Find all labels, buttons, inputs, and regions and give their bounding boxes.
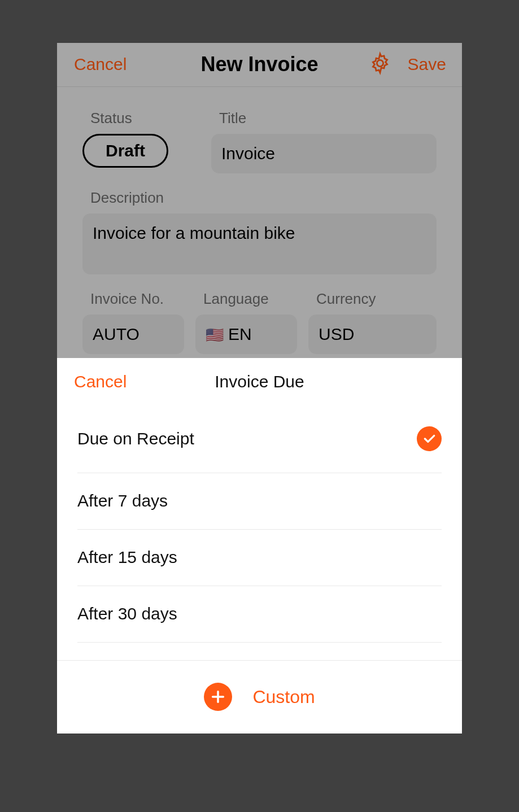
option-label: After 7 days: [77, 491, 168, 510]
invoice-no-label: Invoice No.: [82, 290, 184, 308]
sheet-cancel-button[interactable]: Cancel: [74, 372, 127, 391]
flag-icon: 🇺🇸: [206, 326, 224, 343]
save-button[interactable]: Save: [408, 55, 446, 74]
custom-label: Custom: [252, 687, 315, 708]
field-description: Description Invoice for a mountain bike: [82, 189, 437, 274]
language-select[interactable]: 🇺🇸EN: [195, 315, 297, 354]
option-after-15-days[interactable]: After 15 days: [77, 530, 442, 586]
plus-icon: [204, 683, 232, 711]
description-input[interactable]: Invoice for a mountain bike: [82, 213, 437, 274]
field-currency: Currency USD: [308, 290, 437, 354]
option-after-30-days[interactable]: After 30 days: [77, 586, 442, 643]
language-value: EN: [228, 325, 252, 343]
option-after-7-days[interactable]: After 7 days: [77, 473, 442, 530]
check-icon: [417, 426, 442, 451]
option-label: Due on Receipt: [77, 429, 194, 448]
currency-label: Currency: [308, 290, 437, 308]
option-due-on-receipt[interactable]: Due on Receipt: [77, 405, 442, 473]
gear-icon[interactable]: [368, 51, 392, 77]
language-label: Language: [195, 290, 297, 308]
svg-point-0: [377, 60, 383, 66]
due-options-list: Due on Receipt After 7 days After 15 day…: [57, 405, 462, 660]
cancel-button[interactable]: Cancel: [74, 55, 127, 74]
invoice-form: Status Draft Title Invoice Description I…: [57, 87, 462, 354]
status-label: Status: [82, 110, 200, 127]
invoice-no-input[interactable]: AUTO: [82, 315, 184, 354]
custom-button[interactable]: Custom: [57, 660, 462, 734]
title-label: Title: [211, 110, 437, 127]
field-language: Language 🇺🇸EN: [195, 290, 297, 354]
option-label: After 30 days: [77, 604, 177, 623]
field-invoice-no: Invoice No. AUTO: [82, 290, 184, 354]
description-label: Description: [82, 189, 437, 207]
option-label: After 15 days: [77, 548, 177, 567]
title-input[interactable]: Invoice: [211, 134, 437, 173]
device-frame: Cancel New Invoice Save Status Draft: [35, 23, 484, 789]
invoice-due-sheet: Cancel Invoice Due Due on Receipt After …: [57, 358, 462, 734]
field-title: Title Invoice: [211, 110, 437, 173]
app-screen: Cancel New Invoice Save Status Draft: [57, 43, 462, 734]
invoice-header: Cancel New Invoice Save: [57, 43, 462, 87]
currency-select[interactable]: USD: [308, 315, 437, 354]
field-status: Status Draft: [82, 110, 200, 173]
status-pill[interactable]: Draft: [82, 134, 168, 168]
sheet-header: Cancel Invoice Due: [57, 358, 462, 405]
